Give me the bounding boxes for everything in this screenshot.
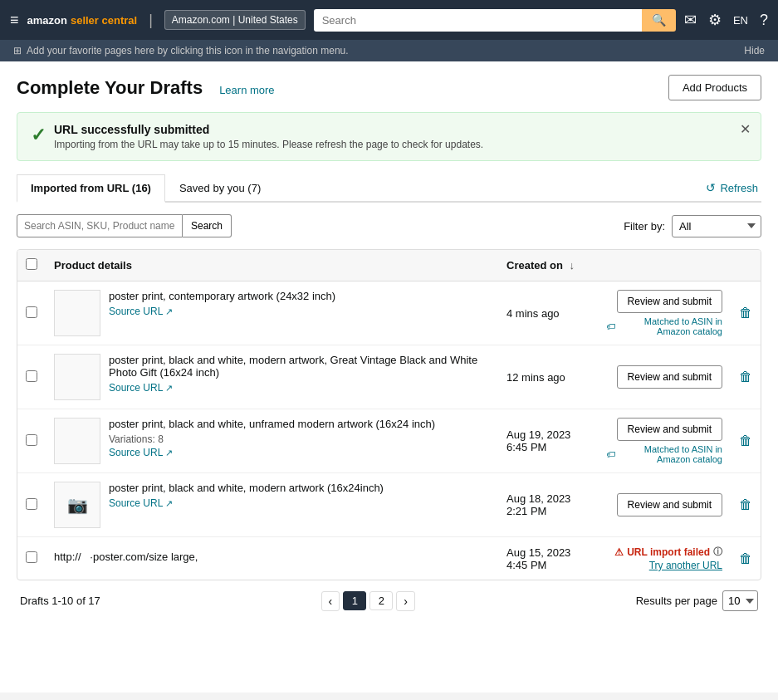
- product-search-button[interactable]: Search: [183, 214, 232, 237]
- delete-icon[interactable]: 🗑: [739, 370, 752, 384]
- pagination-pages: ‹ 1 2 ›: [321, 591, 415, 611]
- settings-icon[interactable]: ⚙: [708, 11, 722, 29]
- row-checkbox[interactable]: [26, 498, 37, 510]
- table-header-row: Product details Created on ↓: [17, 250, 761, 281]
- help-icon[interactable]: ⓘ: [713, 546, 722, 558]
- product-info: poster print, black and white, unframed …: [109, 418, 490, 458]
- product-search-input[interactable]: [17, 214, 183, 237]
- search-input-wrap: Search: [17, 214, 232, 237]
- col-header-check: [17, 250, 46, 281]
- review-submit-button[interactable]: Review and submit: [617, 365, 722, 389]
- action-cell-3: Review and submit 🏷 Matched to ASIN in A…: [598, 409, 731, 473]
- external-link-icon: ↗: [165, 448, 173, 458]
- prev-page-button[interactable]: ‹: [321, 591, 340, 611]
- tab-imported-from-url[interactable]: Imported from URL (16): [17, 174, 165, 203]
- product-name: poster print, black and white, modern ar…: [109, 482, 490, 494]
- matched-icon: 🏷: [606, 449, 615, 459]
- delete-icon[interactable]: 🗑: [739, 497, 752, 512]
- products-table: Product details Created on ↓: [17, 249, 761, 580]
- delete-cell-2: 🗑: [731, 345, 761, 409]
- delete-cell-5: 🗑: [731, 537, 761, 580]
- page-2-button[interactable]: 2: [369, 591, 393, 610]
- created-cell-3: Aug 19, 2023 6:45 PM: [498, 409, 598, 473]
- alert-title: URL successfully submitted: [54, 123, 209, 136]
- page-1-button[interactable]: 1: [343, 591, 366, 610]
- product-thumbnail: [54, 290, 100, 336]
- favorites-bar: ⊞ Add your favorite pages here by clicki…: [0, 40, 778, 61]
- created-cell-5: Aug 15, 2023 4:45 PM: [498, 537, 598, 580]
- product-name: poster print, black and white, modern ar…: [109, 354, 490, 379]
- product-cell-1: poster print, contemporary artwork (24x3…: [46, 281, 498, 345]
- review-submit-button[interactable]: Review and submit: [617, 290, 722, 313]
- product-thumbnail: [54, 354, 100, 400]
- product-info: http:// ·poster.com/size large,: [54, 551, 490, 566]
- source-url-link[interactable]: Source URL ↗: [109, 382, 490, 394]
- alert-text: URL successfully submitted Importing fro…: [54, 123, 483, 150]
- external-link-icon: ↗: [165, 498, 173, 509]
- action-cell-2: Review and submit: [598, 345, 731, 409]
- row-checkbox[interactable]: [26, 306, 37, 318]
- refresh-label: Refresh: [720, 182, 758, 194]
- product-info: poster print, contemporary artwork (24x3…: [109, 290, 490, 317]
- select-all-checkbox[interactable]: [26, 258, 37, 270]
- review-submit-button[interactable]: Review and submit: [617, 493, 722, 516]
- product-thumbnail: [54, 418, 100, 464]
- next-page-button[interactable]: ›: [396, 591, 415, 611]
- alert-close-button[interactable]: ✕: [740, 121, 751, 137]
- table-row: poster print, black and white, unframed …: [17, 409, 761, 473]
- delete-cell-4: 🗑: [731, 473, 761, 537]
- delete-icon[interactable]: 🗑: [739, 306, 752, 321]
- matched-label: Matched to ASIN in Amazon catalog: [619, 444, 722, 464]
- product-cell-4: 📷 poster print, black and white, modern …: [46, 473, 498, 537]
- store-selector[interactable]: Amazon.com | United States: [164, 10, 306, 30]
- search-input[interactable]: [314, 9, 642, 32]
- search-button[interactable]: 🔍: [642, 9, 676, 32]
- matched-icon: 🏷: [606, 321, 615, 331]
- row-checkbox-cell: [17, 345, 46, 409]
- col-header-product: Product details: [46, 250, 498, 281]
- source-url-link[interactable]: Source URL ↗: [109, 306, 490, 317]
- failed-text: URL import failed: [627, 546, 710, 558]
- table-row: poster print, black and white, modern ar…: [17, 345, 761, 409]
- review-submit-button[interactable]: Review and submit: [617, 418, 722, 441]
- action-cell-5: ⚠ URL import failed ⓘ Try another URL: [598, 537, 731, 580]
- delete-icon[interactable]: 🗑: [739, 551, 752, 566]
- refresh-button[interactable]: ↺ Refresh: [706, 181, 761, 194]
- matched-label: Matched to ASIN in Amazon catalog: [619, 316, 722, 336]
- help-icon[interactable]: ?: [760, 12, 768, 29]
- product-name: poster print, contemporary artwork (24x3…: [109, 290, 490, 302]
- external-link-icon: ↗: [165, 306, 173, 317]
- filter-select[interactable]: All Matched Not Matched Error: [672, 215, 761, 237]
- source-url-link[interactable]: Source URL ↗: [109, 447, 490, 458]
- row-checkbox[interactable]: [26, 551, 37, 563]
- header: ≡ amazon seller central | Amazon.com | U…: [0, 0, 778, 40]
- delete-cell-3: 🗑: [731, 409, 761, 473]
- row-checkbox[interactable]: [26, 370, 37, 382]
- add-products-button[interactable]: Add Products: [668, 75, 761, 100]
- delete-icon[interactable]: 🗑: [739, 433, 752, 448]
- tab-saved-by-you[interactable]: Saved by you (7): [165, 174, 275, 203]
- mail-icon[interactable]: ✉: [684, 11, 697, 29]
- results-per-page: Results per page 10 25 50: [636, 590, 758, 611]
- try-another-url-link[interactable]: Try another URL: [649, 560, 722, 571]
- warning-icon: ⚠: [614, 546, 624, 558]
- row-checkbox-cell: [17, 537, 46, 580]
- created-on-label: Created on: [506, 259, 563, 272]
- action-cell-1: Review and submit 🏷 Matched to ASIN in A…: [598, 281, 731, 345]
- col-header-created[interactable]: Created on ↓: [498, 250, 598, 281]
- source-url-link[interactable]: Source URL ↗: [109, 497, 490, 509]
- language-selector[interactable]: EN: [733, 14, 748, 27]
- search-bar: 🔍: [314, 9, 676, 32]
- product-info: poster print, black and white, modern ar…: [109, 354, 490, 394]
- row-checkbox-cell: [17, 281, 46, 345]
- table-row: poster print, contemporary artwork (24x3…: [17, 281, 761, 345]
- learn-more-link[interactable]: Learn more: [219, 84, 274, 96]
- menu-icon[interactable]: ≡: [10, 12, 19, 29]
- product-cell-3: poster print, black and white, unframed …: [46, 409, 498, 473]
- page-title-area: Complete Your Drafts Learn more: [17, 77, 275, 99]
- matched-badge: 🏷 Matched to ASIN in Amazon catalog: [606, 444, 722, 464]
- row-checkbox[interactable]: [26, 434, 37, 446]
- results-per-page-select[interactable]: 10 25 50: [722, 590, 758, 611]
- product-name: poster print, black and white, unframed …: [109, 418, 490, 430]
- hide-button[interactable]: Hide: [744, 45, 765, 56]
